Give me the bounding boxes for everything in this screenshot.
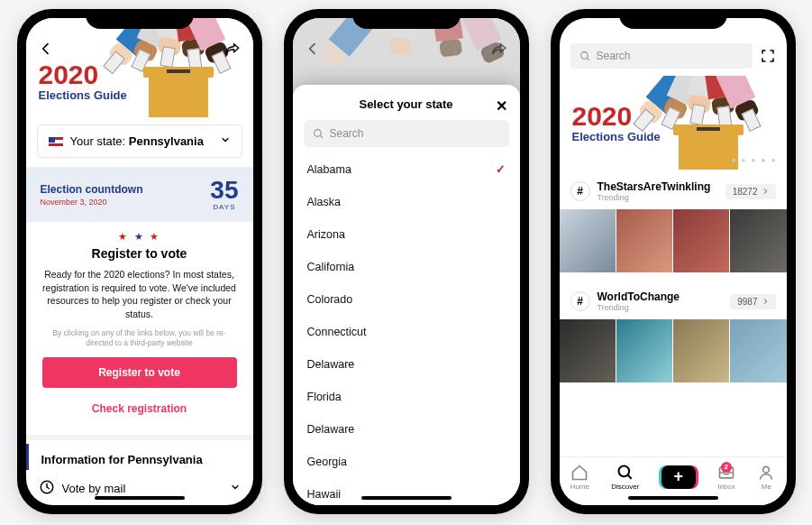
countdown-unit: DAYS bbox=[210, 203, 238, 211]
state-item-label: Florida bbox=[307, 391, 342, 403]
state-item-label: Arizona bbox=[307, 228, 345, 241]
nav-inbox[interactable]: 2 Inbox bbox=[717, 464, 735, 491]
search-icon bbox=[313, 128, 324, 140]
section-divider bbox=[26, 435, 253, 440]
nav-home[interactable]: Home bbox=[570, 464, 589, 491]
trend-name: TheStarsAreTwinkling bbox=[598, 180, 711, 193]
trend-sub: Trending bbox=[598, 303, 680, 312]
trend-thumbnails[interactable] bbox=[560, 314, 787, 391]
nav-me[interactable]: Me bbox=[757, 464, 775, 491]
register-heading: Register to vote bbox=[42, 246, 237, 261]
home-indicator bbox=[361, 496, 452, 500]
hashtag-icon: # bbox=[570, 291, 590, 311]
video-thumbnail[interactable] bbox=[616, 209, 672, 272]
state-label: Your state: Pennsylvania bbox=[70, 134, 204, 148]
state-item-label: California bbox=[307, 261, 355, 273]
person-icon bbox=[757, 464, 775, 482]
stars-icon: ★ ★ ★ bbox=[42, 231, 237, 243]
search-placeholder: Search bbox=[597, 50, 631, 62]
register-button[interactable]: Register to vote bbox=[42, 357, 237, 388]
state-item-label: Delaware bbox=[307, 358, 355, 371]
video-thumbnail[interactable] bbox=[730, 319, 786, 382]
svg-point-2 bbox=[580, 51, 588, 59]
state-list[interactable]: Alabama✓AlaskaArizonaCaliforniaColoradoC… bbox=[293, 152, 520, 505]
search-icon bbox=[616, 464, 634, 482]
back-icon[interactable] bbox=[39, 41, 53, 56]
check-registration-button[interactable]: Check registration bbox=[42, 395, 237, 422]
vote-by-mail-row[interactable]: Vote by mail bbox=[26, 470, 253, 505]
svg-point-3 bbox=[618, 465, 629, 476]
state-item-label: Delaware bbox=[307, 423, 355, 436]
phone-elections-guide: 2020 Elections Guide Your state: Pennsyl… bbox=[17, 9, 262, 514]
svg-point-5 bbox=[763, 466, 770, 473]
state-item[interactable]: Colorado bbox=[293, 283, 520, 316]
phone-discover: Search 2020 Elections Guide ● ● ● ● ● bbox=[551, 9, 796, 514]
hero-year: 2020 bbox=[39, 61, 127, 88]
trend-row[interactable]: # WorldToChange Trending 9987 bbox=[560, 281, 787, 314]
chevron-down-icon bbox=[220, 134, 231, 148]
search-icon bbox=[579, 51, 591, 62]
state-item[interactable]: Connecticut bbox=[293, 316, 520, 348]
sheet-title: Select your state bbox=[359, 97, 452, 111]
video-thumbnail[interactable] bbox=[560, 319, 616, 382]
nav-create[interactable]: + bbox=[661, 465, 696, 489]
flag-icon bbox=[49, 137, 63, 146]
video-thumbnail[interactable] bbox=[673, 209, 729, 272]
hero-year: 2020 bbox=[572, 103, 661, 130]
trend-thumbnails[interactable] bbox=[560, 204, 787, 281]
hero-subtitle: Elections Guide bbox=[39, 88, 127, 102]
video-thumbnail[interactable] bbox=[673, 319, 729, 382]
home-indicator bbox=[628, 496, 718, 500]
info-section-title: Information for Pennsylvania bbox=[26, 444, 253, 470]
home-indicator bbox=[95, 496, 185, 500]
plus-icon: + bbox=[661, 465, 696, 489]
state-item[interactable]: Alabama✓ bbox=[293, 152, 520, 186]
close-icon[interactable]: ✕ bbox=[496, 97, 507, 115]
search-placeholder: Search bbox=[330, 127, 364, 140]
trend-row[interactable]: # TheStarsAreTwinkling Trending 18272 bbox=[560, 171, 787, 204]
state-item-label: Alaska bbox=[307, 196, 342, 208]
register-fineprint: By clicking on any of the links below, y… bbox=[42, 328, 237, 348]
hero-title: 2020 Elections Guide bbox=[39, 61, 127, 102]
countdown-card: Election countdown November 3, 2020 35 D… bbox=[26, 167, 253, 222]
svg-point-1 bbox=[314, 129, 321, 136]
state-item-label: Alabama bbox=[307, 163, 351, 176]
video-thumbnail[interactable] bbox=[616, 319, 672, 382]
state-item[interactable]: Delaware bbox=[293, 413, 520, 446]
video-thumbnail[interactable] bbox=[560, 209, 616, 272]
countdown-date: November 3, 2020 bbox=[41, 198, 143, 207]
carousel-dots: ● ● ● ● ● bbox=[731, 156, 777, 164]
state-search-input[interactable]: Search bbox=[304, 120, 509, 147]
check-icon: ✓ bbox=[496, 162, 506, 176]
discover-hero-banner[interactable]: 2020 Elections Guide ● ● ● ● ● bbox=[560, 76, 787, 170]
state-item-label: Georgia bbox=[307, 456, 347, 468]
state-item[interactable]: Georgia bbox=[293, 446, 520, 478]
phone-state-picker: Select your state ✕ Search Alabama✓Alask… bbox=[284, 9, 529, 514]
hero-subtitle: Elections Guide bbox=[572, 130, 661, 143]
state-item-label: Connecticut bbox=[307, 326, 367, 338]
state-item-label: Hawaii bbox=[307, 488, 342, 501]
vote-by-mail-label: Vote by mail bbox=[62, 482, 126, 495]
scan-icon[interactable] bbox=[760, 48, 776, 64]
chevron-down-icon bbox=[230, 482, 241, 495]
nav-discover[interactable]: Discover bbox=[611, 464, 639, 491]
inbox-badge: 2 bbox=[721, 462, 732, 473]
state-item[interactable]: Delaware bbox=[293, 348, 520, 381]
state-item[interactable]: Florida bbox=[293, 381, 520, 413]
hero-banner: 2020 Elections Guide bbox=[26, 18, 253, 119]
register-card: ★ ★ ★ Register to vote Ready for the 202… bbox=[26, 222, 253, 435]
video-thumbnail[interactable] bbox=[730, 209, 786, 272]
discover-search-input[interactable]: Search bbox=[570, 43, 753, 69]
state-item[interactable]: Arizona bbox=[293, 218, 520, 251]
countdown-title: Election countdown bbox=[41, 183, 143, 196]
clock-icon bbox=[39, 479, 55, 498]
trend-count-badge: 18272 bbox=[725, 184, 776, 199]
state-item[interactable]: Hawaii bbox=[293, 478, 520, 505]
state-item[interactable]: Alaska bbox=[293, 186, 520, 218]
countdown-number: 35 bbox=[210, 178, 238, 203]
register-description: Ready for the 2020 elections? In most st… bbox=[42, 268, 237, 321]
home-icon bbox=[570, 464, 588, 482]
share-icon[interactable] bbox=[224, 41, 241, 56]
state-selector[interactable]: Your state: Pennsylvania bbox=[37, 124, 242, 158]
state-item[interactable]: California bbox=[293, 251, 520, 283]
